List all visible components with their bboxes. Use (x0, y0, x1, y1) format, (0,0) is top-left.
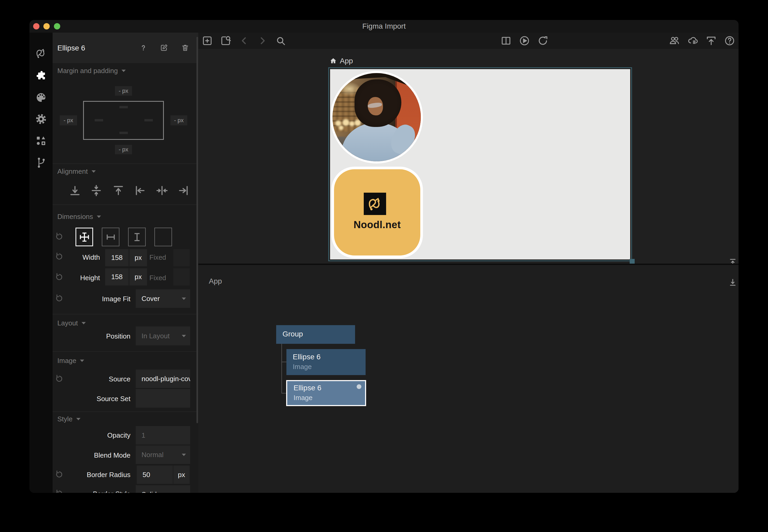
height-unit-select[interactable]: px (129, 268, 147, 285)
navigate-forward-icon[interactable] (257, 35, 268, 47)
section-label: Style (57, 415, 73, 423)
deploy-upload-icon[interactable] (705, 35, 717, 47)
canvas-area: App (198, 33, 739, 493)
size-mode-height-button[interactable] (128, 228, 146, 246)
position-select[interactable]: In Layout (136, 326, 190, 345)
chevron-down-icon (80, 360, 84, 362)
navigate-back-icon[interactable] (238, 35, 250, 47)
home-icon (329, 57, 337, 65)
collaborators-icon[interactable] (669, 35, 680, 47)
search-icon[interactable] (275, 35, 286, 47)
align-bottom-icon[interactable] (69, 185, 81, 197)
ellipse-image-preview[interactable] (330, 71, 423, 163)
chevron-down-icon (182, 454, 186, 456)
node-ellipse-1[interactable]: Ellipse 6 Image (286, 349, 365, 375)
source-input[interactable]: noodl-plugin-cov (136, 370, 190, 388)
brand-card-preview[interactable]: Noodl.net (331, 167, 423, 258)
height-mode-label[interactable]: Fixed (149, 274, 166, 282)
opacity-value: 1 (141, 431, 190, 439)
split-view-icon[interactable] (500, 35, 512, 47)
image-fit-select[interactable]: Cover (136, 289, 190, 308)
blend-mode-value: Normal (141, 451, 182, 459)
node-graph-panel[interactable]: App Group Ellipse 6 Image Ellipse 6 Imag… (198, 265, 739, 493)
width-mode-label[interactable]: Fixed (149, 253, 166, 262)
height-input[interactable]: 158 (105, 268, 129, 285)
window-titlebar[interactable]: Figma Import (29, 20, 739, 33)
component-label: App (209, 277, 222, 285)
width-extra-input[interactable] (173, 249, 190, 266)
border-radius-unit-select[interactable]: px (173, 465, 190, 484)
blend-mode-select[interactable]: Normal (136, 446, 190, 464)
edit-icon[interactable] (159, 43, 168, 52)
breadcrumb[interactable]: App (329, 57, 353, 65)
align-vertical-center-icon[interactable] (90, 185, 102, 197)
add-node-icon[interactable] (201, 35, 213, 47)
padding-left-input[interactable] (95, 119, 103, 121)
section-label: Image (57, 357, 76, 365)
section-dimensions[interactable]: Dimensions (57, 213, 101, 221)
sidebar-item-components[interactable] (35, 70, 47, 82)
opacity-input[interactable]: 1 (136, 426, 190, 444)
chevron-down-icon (121, 70, 126, 72)
search-components-icon[interactable] (220, 35, 231, 47)
section-label: Dimensions (57, 213, 93, 221)
section-label: Alignment (57, 167, 88, 176)
refresh-icon[interactable] (537, 35, 549, 47)
noodl-logo-icon[interactable] (35, 48, 47, 59)
width-input[interactable]: 158 (105, 249, 129, 266)
size-mode-none-button[interactable] (154, 228, 172, 246)
padding-top-input[interactable] (119, 106, 128, 108)
node-group[interactable]: Group (276, 325, 355, 344)
border-style-label: Border Style (53, 490, 130, 493)
chevron-down-icon (91, 170, 96, 173)
align-left-icon[interactable] (134, 185, 146, 197)
size-mode-width-button[interactable] (102, 228, 119, 246)
reset-dimensions-icon[interactable] (55, 232, 64, 241)
node-title: Ellipse 6 (293, 384, 321, 392)
properties-scrollbar[interactable] (196, 37, 198, 423)
align-horizontal-center-icon[interactable] (156, 185, 168, 197)
opacity-label: Opacity (53, 431, 130, 439)
sidebar-item-marketplace-icon[interactable] (35, 135, 47, 147)
resize-handle[interactable] (630, 259, 635, 264)
section-divider (53, 314, 198, 314)
padding-right-input[interactable] (144, 119, 153, 121)
portrait-photo (332, 73, 421, 161)
node-ellipse-2-selected[interactable]: Ellipse 6 Image (286, 380, 366, 406)
help-icon[interactable] (139, 43, 148, 52)
padding-bottom-input[interactable] (119, 132, 128, 134)
source-set-input[interactable] (136, 389, 190, 408)
node-type: Image (293, 394, 312, 402)
sidebar-item-styles-palette-icon[interactable] (35, 92, 47, 103)
width-label: Width (53, 253, 100, 262)
cloud-sync-icon[interactable] (687, 35, 699, 47)
collapse-nodegraph-icon[interactable] (728, 278, 738, 287)
width-unit-select[interactable]: px (129, 249, 147, 266)
border-style-select[interactable]: Solid (136, 485, 190, 493)
section-style[interactable]: Style (57, 415, 80, 423)
section-alignment[interactable]: Alignment (57, 167, 96, 176)
align-right-icon[interactable] (177, 185, 190, 197)
section-layout[interactable]: Layout (57, 319, 86, 327)
node-type: Image (293, 363, 312, 371)
brand-name: Noodl.net (334, 219, 420, 231)
preview-play-icon[interactable] (519, 35, 530, 47)
margin-top-input[interactable]: - px (115, 86, 132, 96)
height-extra-input[interactable] (173, 268, 190, 285)
margin-left-input[interactable]: - px (60, 115, 77, 125)
margin-right-input[interactable]: - px (170, 115, 187, 125)
section-margin-padding[interactable]: Margin and padding (57, 67, 126, 75)
section-divider (53, 411, 198, 412)
align-top-icon[interactable] (112, 185, 124, 197)
size-mode-both-button[interactable] (75, 228, 93, 246)
section-label: Margin and padding (57, 67, 118, 75)
sidebar-item-settings-gear-icon[interactable] (35, 113, 47, 125)
node-status-dot (356, 384, 361, 389)
sidebar-item-version-control-icon[interactable] (35, 157, 47, 168)
help-circle-icon[interactable] (724, 35, 735, 47)
margin-bottom-input[interactable]: - px (115, 145, 132, 154)
border-radius-input[interactable]: 50 (137, 465, 173, 484)
delete-node-icon[interactable] (181, 43, 190, 52)
node-title: Ellipse 6 (293, 353, 320, 361)
section-image[interactable]: Image (57, 357, 84, 365)
